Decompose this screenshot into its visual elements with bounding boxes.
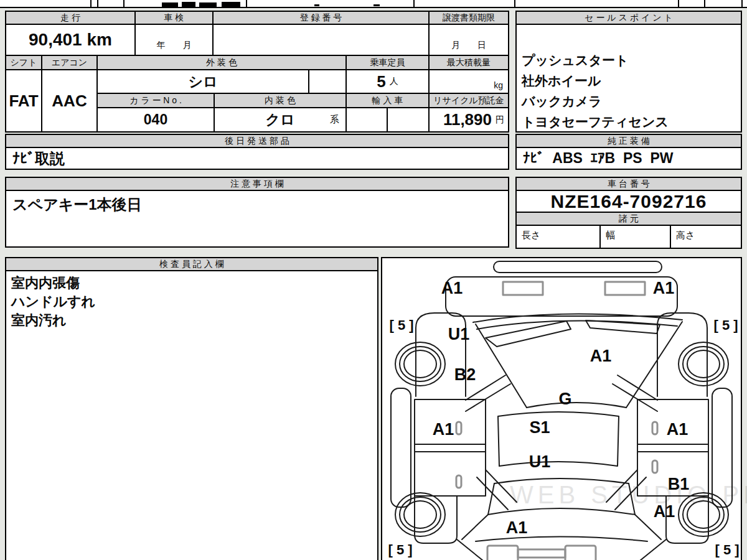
damage-code-front-bumper-right: A1 — [653, 279, 675, 298]
aircon-header: エアコン — [41, 55, 98, 70]
divider — [741, 0, 743, 7]
transfer-deadline-value: 月 日 — [428, 24, 509, 56]
inspector-header: 検 査 員 記 入 欄 — [5, 257, 378, 271]
later-parts-value: ﾅﾋﾞ取説 — [5, 147, 509, 170]
spec-height-cell: 高さ — [670, 225, 742, 249]
damage-code-front-fender-left-lower: B2 — [454, 365, 476, 385]
inspector-line: 室内内張傷 — [11, 274, 377, 292]
interior-color-suffix: 系 — [330, 114, 339, 126]
capacity-value: 5 人 — [345, 69, 430, 94]
sales-point-item: プッシュスタート — [522, 50, 741, 70]
top-cutoff-row — [0, 0, 747, 8]
max-load-header: 最大積載量 — [428, 55, 509, 70]
import-car-cell-1 — [345, 107, 388, 133]
cutoff-text-fragment — [199, 2, 217, 7]
divider — [413, 0, 415, 7]
capacity-header: 乗車定員 — [345, 55, 430, 70]
inspector-line: ハンドルすれ — [11, 292, 377, 311]
sales-point-item: トヨタセーフティセンス — [522, 111, 741, 132]
interior-color-header: 内 装 色 — [214, 93, 347, 108]
damage-code-trunk: A1 — [506, 518, 528, 538]
shift-header: シフト — [5, 55, 42, 70]
notes-value: スペアキー1本後日 — [5, 190, 509, 248]
shift-value: FAT — [5, 69, 42, 133]
chassis-value: NZE164-7092716 — [515, 190, 742, 213]
transfer-deadline-header: 譲渡書類期限 — [428, 11, 509, 25]
divider — [246, 0, 247, 7]
aircon-value: AAC — [41, 69, 98, 133]
spec-length-cell: 長さ — [515, 225, 601, 249]
cutoff-text-fragment — [222, 2, 240, 7]
sales-point-item: バックカメラ — [522, 91, 741, 111]
chassis-header: 車 台 番 号 — [515, 177, 742, 191]
recycle-deposit-amount: 11,890 — [443, 110, 492, 129]
cutoff-text-fragment — [314, 4, 319, 6]
capacity-number: 5 — [377, 72, 385, 91]
exterior-color-sub-cell — [308, 69, 347, 94]
sales-point-item: 社外ホイール — [522, 70, 741, 91]
mileage-value: 90,401 km — [5, 24, 136, 56]
recycle-deposit-header: リサイクル預託金 — [428, 93, 509, 108]
divider — [514, 0, 515, 7]
damage-code-cowl: G — [558, 390, 571, 409]
divider — [678, 0, 679, 7]
max-load-value: kg — [428, 69, 509, 94]
specs-header: 諸 元 — [515, 212, 742, 226]
inspection-header: 車 検 — [134, 11, 214, 25]
import-car-header: 輸 入 車 — [345, 93, 430, 108]
recycle-deposit-unit: 円 — [496, 114, 504, 126]
later-parts-header: 後 日 発 送 部 品 — [5, 134, 509, 148]
interior-color-value: クロ 系 — [214, 107, 347, 133]
divider — [704, 0, 705, 7]
color-no-header: カ ラ ー N o . — [96, 93, 215, 108]
tire-marker-rear-left: [ 5 ] — [388, 542, 412, 558]
divider — [123, 0, 125, 7]
mileage-header: 走 行 — [5, 11, 136, 25]
damage-code-right-rear-door: B1 — [668, 475, 690, 494]
genuine-equipment-value: ﾅﾋﾞ ABS ｴｱB PS PW — [515, 147, 742, 170]
tire-marker-front-right: [ 5 ] — [713, 317, 738, 334]
exterior-color-header: 外 装 色 — [96, 55, 347, 70]
import-car-cell-2 — [387, 107, 430, 133]
registration-header: 登 録 番 号 — [212, 11, 430, 25]
damage-code-roof-rear: U1 — [529, 452, 551, 472]
registration-value — [212, 24, 430, 56]
interior-color-name: クロ — [265, 110, 294, 129]
damage-code-left-door: A1 — [433, 420, 454, 439]
sales-points-body: プッシュスタート 社外ホイール バックカメラ トヨタセーフティセンス — [515, 24, 742, 133]
exterior-color-value: シロ — [96, 69, 309, 94]
divider — [90, 0, 92, 7]
damage-code-windshield: A1 — [590, 347, 612, 366]
tire-marker-rear-right: [ 5 ] — [715, 542, 739, 558]
car-damage-diagram: WEB STUDIO PRO — [381, 257, 742, 560]
cutoff-text-fragment — [162, 2, 178, 7]
damage-code-front-fender-left: U1 — [448, 325, 470, 344]
recycle-deposit-value: 11,890 円 — [428, 107, 509, 133]
damage-code-right-rear-fender: A1 — [654, 502, 675, 521]
damage-code-front-bumper-left: A1 — [441, 279, 463, 298]
cutoff-text-fragment — [374, 4, 380, 6]
color-no-value: 040 — [96, 107, 215, 133]
inspector-line: 室内汚れ — [11, 311, 377, 330]
car-outline-drawing — [382, 258, 741, 560]
damage-code-roof: S1 — [529, 418, 550, 437]
damage-code-right-door: A1 — [667, 420, 688, 439]
inspection-value: 年 月 — [134, 24, 214, 56]
divider — [97, 0, 98, 7]
sales-points-header: セ ー ル ス ポ イ ン ト — [515, 11, 742, 25]
tire-marker-front-left: [ 5 ] — [389, 317, 413, 334]
genuine-equipment-header: 純 正 装 備 — [515, 134, 742, 148]
auction-sheet: 走 行 車 検 登 録 番 号 譲渡書類期限 90,401 km 年 月 月 日… — [0, 0, 747, 560]
capacity-unit: 人 — [390, 76, 398, 87]
spec-width-cell: 幅 — [599, 225, 671, 249]
cutoff-text-fragment — [182, 2, 195, 7]
notes-header: 注 意 事 項 欄 — [5, 177, 509, 191]
inspector-body: 室内内張傷 ハンドルすれ 室内汚れ — [5, 270, 378, 560]
